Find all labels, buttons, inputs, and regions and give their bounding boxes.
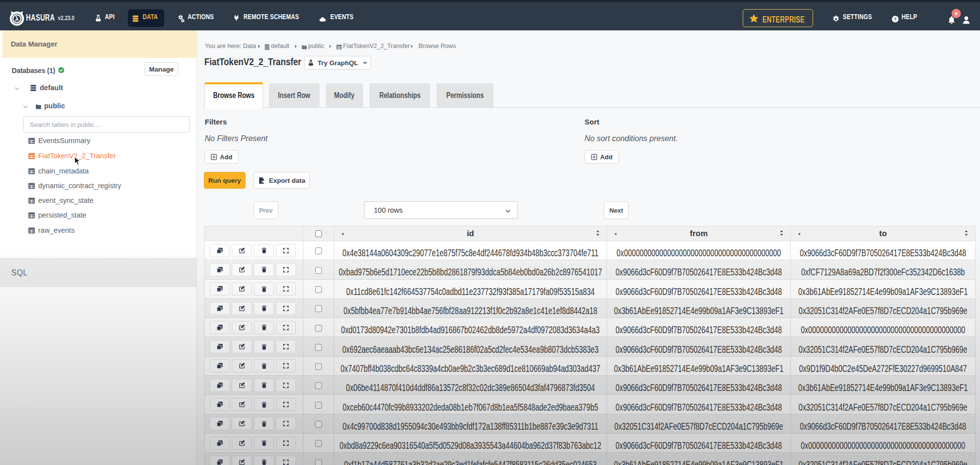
svg-text:λ: λ	[15, 15, 19, 23]
svg-text:?: ?	[894, 16, 897, 22]
